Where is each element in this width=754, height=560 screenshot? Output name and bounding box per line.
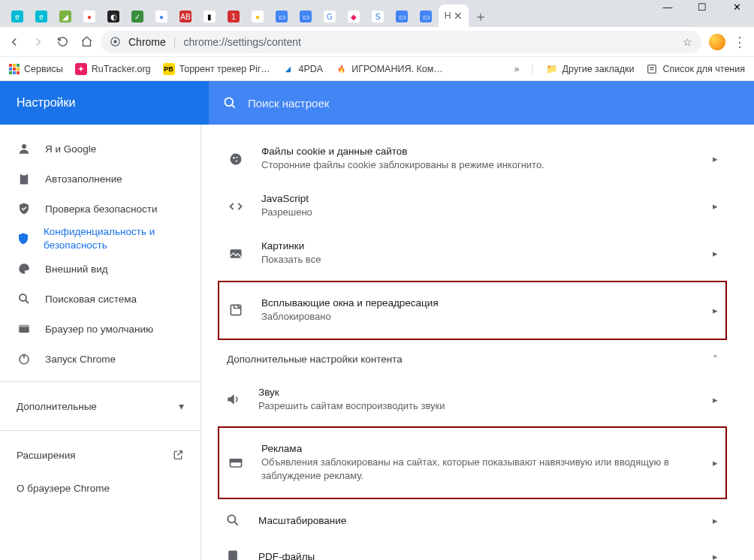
svg-point-1 bbox=[113, 40, 116, 43]
chevron-right-icon: ▸ bbox=[713, 515, 718, 526]
tab[interactable]: 1 bbox=[222, 6, 245, 27]
chevron-right-icon: ▸ bbox=[713, 248, 718, 259]
chevron-right-icon: ▸ bbox=[713, 200, 718, 212]
tab[interactable]: e bbox=[30, 6, 53, 27]
forward-icon[interactable] bbox=[32, 35, 45, 49]
sidebar-item-privacy[interactable]: Конфиденциальность и безопасность bbox=[0, 224, 201, 254]
close-icon[interactable]: ✕ bbox=[454, 10, 463, 22]
home-icon[interactable] bbox=[80, 35, 93, 49]
back-icon[interactable] bbox=[8, 35, 21, 49]
search-input[interactable] bbox=[248, 97, 740, 110]
other-bookmarks-button[interactable]: 📁 Другие закладки bbox=[546, 63, 635, 74]
tab[interactable]: ▮ bbox=[198, 6, 221, 27]
power-icon bbox=[17, 352, 32, 366]
sidebar-item-extensions[interactable]: Расширения bbox=[0, 438, 201, 471]
maximize-button[interactable]: ☐ bbox=[685, 0, 719, 18]
svg-point-4 bbox=[22, 144, 26, 149]
tab[interactable]: ▭ bbox=[415, 6, 437, 27]
sidebar-item-startup[interactable]: Запуск Chrome bbox=[0, 344, 201, 374]
zoom-icon bbox=[224, 513, 242, 528]
pdf-icon bbox=[224, 549, 242, 560]
row-sound[interactable]: ЗвукРазрешить сайтам воспроизводить звук… bbox=[219, 376, 725, 423]
row-images[interactable]: КартинкиПоказать все ▸ bbox=[219, 230, 725, 277]
row-cookies[interactable]: Файлы cookie и данные сайтовСторонние фа… bbox=[219, 135, 725, 182]
svg-rect-15 bbox=[231, 249, 242, 258]
search-icon bbox=[222, 95, 237, 110]
minimize-button[interactable]: — bbox=[650, 0, 685, 18]
settings-content: Файлы cookie и данные сайтовСторонние фа… bbox=[201, 125, 754, 560]
chevron-down-icon: ▾ bbox=[179, 400, 184, 412]
search-icon bbox=[17, 292, 32, 306]
tab[interactable]: ● bbox=[246, 6, 269, 27]
bookmark-item[interactable]: PBТоррент трекер Pir… bbox=[163, 63, 270, 75]
tab[interactable]: e bbox=[6, 6, 29, 27]
reading-list-icon bbox=[646, 63, 658, 75]
tab[interactable]: ◐ bbox=[102, 6, 125, 27]
chevron-right-icon: ▸ bbox=[713, 394, 718, 405]
shield-icon bbox=[17, 232, 30, 245]
bookmark-star-icon[interactable]: ☆ bbox=[683, 36, 692, 48]
tab-active[interactable]: Н ✕ bbox=[439, 5, 469, 27]
bookmarks-overflow-icon[interactable]: » bbox=[514, 64, 519, 74]
reading-list-button[interactable]: Список для чтения bbox=[646, 63, 745, 75]
settings-sidebar: Я и Google Автозаполнение Проверка безоп… bbox=[0, 125, 201, 560]
tab[interactable]: ● bbox=[150, 6, 173, 27]
svg-point-13 bbox=[237, 156, 238, 158]
address-bar[interactable]: Chrome | chrome://settings/content ☆ bbox=[101, 31, 701, 53]
tab[interactable]: ▭ bbox=[270, 6, 293, 27]
settings-search[interactable] bbox=[209, 81, 754, 125]
close-window-button[interactable]: ✕ bbox=[719, 0, 754, 18]
row-pdf[interactable]: PDF-файлы ▸ bbox=[219, 538, 725, 560]
sidebar-item-about[interactable]: О браузере Chrome bbox=[0, 471, 201, 504]
svg-point-14 bbox=[236, 160, 237, 161]
row-ads[interactable]: РекламаОбъявления заблокированы на сайта… bbox=[218, 426, 727, 499]
sidebar-item-search[interactable]: Поисковая система bbox=[0, 284, 201, 314]
chrome-icon bbox=[110, 36, 121, 47]
page-title: Настройки bbox=[0, 96, 209, 110]
browser-icon bbox=[17, 322, 32, 336]
sidebar-item-appearance[interactable]: Внешний вид bbox=[0, 254, 201, 284]
menu-icon[interactable]: ⋮ bbox=[733, 34, 746, 50]
bookmark-item[interactable]: ✦RuTracker.org bbox=[75, 63, 151, 75]
apps-button[interactable]: Сервисы bbox=[9, 64, 63, 74]
person-icon bbox=[17, 142, 32, 155]
tab[interactable]: ◢ bbox=[54, 6, 77, 27]
sidebar-item-safety[interactable]: Проверка безопасности bbox=[0, 194, 201, 224]
tab[interactable]: ▭ bbox=[294, 6, 317, 27]
new-tab-button[interactable]: ＋ bbox=[470, 6, 491, 27]
tab[interactable]: ▭ bbox=[391, 6, 413, 27]
svg-point-7 bbox=[20, 294, 26, 301]
tab[interactable]: ● bbox=[78, 6, 101, 27]
svg-point-3 bbox=[225, 98, 233, 106]
sidebar-item-default-browser[interactable]: Браузер по умолчанию bbox=[0, 314, 201, 344]
tab[interactable]: ✓ bbox=[126, 6, 149, 27]
row-zoom[interactable]: Масштабирование ▸ bbox=[219, 502, 725, 538]
external-link-icon bbox=[172, 449, 184, 461]
tab[interactable]: ◆ bbox=[342, 6, 365, 27]
folder-icon: 📁 bbox=[546, 63, 558, 74]
bookmark-item[interactable]: 🔥ИГРОМАНИЯ. Ком… bbox=[335, 63, 443, 75]
tab[interactable]: AB bbox=[174, 6, 197, 27]
tab[interactable]: S bbox=[366, 6, 389, 27]
svg-rect-9 bbox=[19, 325, 29, 327]
chevron-right-icon: ▸ bbox=[713, 551, 718, 560]
favicon: 🔥 bbox=[335, 63, 347, 75]
profile-avatar[interactable] bbox=[709, 34, 725, 50]
sidebar-item-advanced[interactable]: Дополнительные▾ bbox=[0, 390, 201, 423]
favicon: PB bbox=[163, 63, 175, 75]
popup-icon bbox=[227, 303, 245, 318]
omnibox-url: chrome://settings/content bbox=[183, 36, 300, 48]
sidebar-item-autofill[interactable]: Автозаполнение bbox=[0, 164, 201, 194]
reload-icon[interactable] bbox=[56, 35, 69, 49]
row-javascript[interactable]: JavaScriptРазрешено ▸ bbox=[219, 182, 725, 230]
tab[interactable]: G bbox=[318, 6, 341, 27]
ads-icon bbox=[227, 456, 245, 471]
sound-icon bbox=[224, 392, 242, 407]
sidebar-item-you-and-google[interactable]: Я и Google bbox=[0, 134, 201, 164]
row-popups[interactable]: Всплывающие окна и переадресацияЗаблокир… bbox=[218, 281, 727, 340]
svg-rect-5 bbox=[20, 174, 29, 185]
bookmark-item[interactable]: ◢4PDA bbox=[282, 63, 324, 75]
svg-point-12 bbox=[233, 157, 235, 159]
svg-point-11 bbox=[231, 153, 242, 164]
section-additional-content[interactable]: Дополнительные настройки контента ˄ bbox=[219, 343, 725, 376]
